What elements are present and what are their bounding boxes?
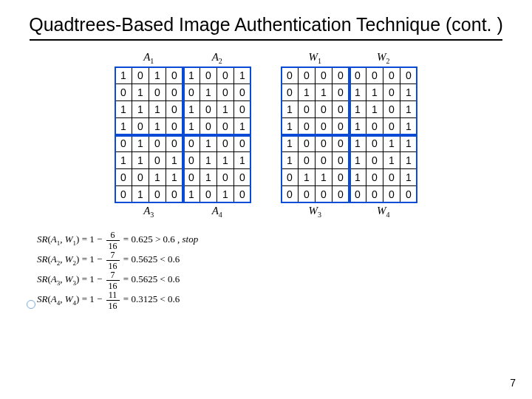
matrix-cell: 1 <box>366 84 383 101</box>
matrix-cell: 1 <box>400 169 417 186</box>
matrix-cell: 0 <box>316 186 332 203</box>
matrix-cell: 0 <box>183 135 200 152</box>
formula-row: SR(A2, W2) = 1 − 716 = 0.5625 < 0.6 <box>37 250 510 270</box>
matrix-cell: 0 <box>282 169 299 186</box>
matrix-cell: 0 <box>166 101 183 118</box>
matrix-cell: 1 <box>400 118 417 135</box>
matrix-cell: 0 <box>166 135 183 152</box>
matrix-cell: 0 <box>383 118 400 135</box>
matrix-cell: 1 <box>282 152 299 169</box>
matrix-cell: 0 <box>349 186 366 203</box>
matrix-cell: 0 <box>132 67 149 84</box>
matrix-cell: 0 <box>234 84 251 101</box>
matrix-cell: 0 <box>166 186 183 203</box>
matrix-cell: 1 <box>200 84 217 101</box>
matrix-cell: 1 <box>349 101 366 118</box>
matrix-cell: 0 <box>282 186 299 203</box>
matrix-cell: 0 <box>166 67 183 84</box>
matrix-cell: 1 <box>282 135 299 152</box>
matrix-cell: 1 <box>132 101 149 118</box>
matrix-cell: 0 <box>349 67 366 84</box>
matrix-cell: 1 <box>132 152 149 169</box>
content-area: A1 A2 1010100101000100111010101010100101… <box>22 51 510 219</box>
matrix-cell: 1 <box>282 101 299 118</box>
matrix-cell: 0 <box>183 84 200 101</box>
matrix-cell: 1 <box>200 169 217 186</box>
matrix-cell: 0 <box>332 67 349 84</box>
matrix-cell: 1 <box>316 84 332 101</box>
matrix-cell: 0 <box>383 186 400 203</box>
matrix-cell: 0 <box>366 169 383 186</box>
matrix-cell: 1 <box>349 152 366 169</box>
matrix-cell: 1 <box>234 67 251 84</box>
matrix-cell: 1 <box>132 135 149 152</box>
matrix-cell: 1 <box>132 186 149 203</box>
matrix-cell: 0 <box>217 67 234 84</box>
matrix-cell: 0 <box>316 152 332 169</box>
matrix-cell: 1 <box>234 118 251 135</box>
matrix-cell: 0 <box>234 186 251 203</box>
matrix-cell: 0 <box>200 118 217 135</box>
matrix-cell: 0 <box>332 152 349 169</box>
matrix-cell: 0 <box>149 84 166 101</box>
matrix-cell: 0 <box>217 84 234 101</box>
page-number: 7 <box>510 377 516 389</box>
matrix-cell: 0 <box>332 169 349 186</box>
matrix-cell: 0 <box>366 152 383 169</box>
matrix-cell: 0 <box>383 67 400 84</box>
matrix-cell: 0 <box>332 84 349 101</box>
matrix-cell: 0 <box>115 186 132 203</box>
matrix-cell: 1 <box>316 169 332 186</box>
matrix-cell: 0 <box>299 135 316 152</box>
matrix-cell: 1 <box>166 152 183 169</box>
matrix-cell: 1 <box>115 101 132 118</box>
formula-row: SR(A3, W3) = 1 − 716 = 0.5625 < 0.6 <box>37 270 510 290</box>
page-title: Quadtrees-Based Image Authentication Tec… <box>22 13 510 36</box>
matrix-cell: 0 <box>132 169 149 186</box>
matrix-cell: 0 <box>299 186 316 203</box>
matrix-cell: 1 <box>349 84 366 101</box>
matrix-cell: 1 <box>383 152 400 169</box>
matrix-cell: 1 <box>183 101 200 118</box>
matrix-cell: 0 <box>183 169 200 186</box>
a-top-labels: A1 A2 <box>115 51 251 65</box>
matrix-cell: 0 <box>332 118 349 135</box>
matrix-cell: 1 <box>149 67 166 84</box>
matrix-cell: 0 <box>366 67 383 84</box>
matrix-cell: 0 <box>282 84 299 101</box>
matrix-cell: 0 <box>332 186 349 203</box>
matrix-cell: 1 <box>400 135 417 152</box>
matrix-cell: 1 <box>349 169 366 186</box>
matrix-cell: 1 <box>132 84 149 101</box>
matrix-cell: 1 <box>234 152 251 169</box>
matrix-cell: 0 <box>316 118 332 135</box>
matrix-cell: 1 <box>115 67 132 84</box>
matrix-cell: 1 <box>400 84 417 101</box>
matrix-cell: 0 <box>332 101 349 118</box>
matrix-w-block: W1 W2 0000000001101101100011011000100110… <box>281 51 417 219</box>
matrix-cell: 1 <box>217 101 234 118</box>
matrix-cell: 0 <box>115 135 132 152</box>
matrix-a: 1010100101000100111010101010100101000100… <box>115 66 251 203</box>
matrix-cell: 0 <box>149 135 166 152</box>
matrix-cell: 1 <box>400 101 417 118</box>
matrix-cell: 0 <box>234 169 251 186</box>
matrix-cell: 0 <box>149 152 166 169</box>
matrix-cell: 0 <box>366 186 383 203</box>
matrix-cell: 1 <box>349 135 366 152</box>
matrix-cell: 1 <box>115 152 132 169</box>
matrix-cell: 0 <box>132 118 149 135</box>
matrix-cell: 0 <box>383 101 400 118</box>
matrix-cell: 1 <box>349 118 366 135</box>
matrix-cell: 1 <box>366 101 383 118</box>
matrix-cell: 0 <box>332 135 349 152</box>
title-divider <box>30 39 502 41</box>
a-bot-labels: A3 A4 <box>115 205 251 219</box>
matrix-cell: 0 <box>217 169 234 186</box>
matrix-cell: 1 <box>282 118 299 135</box>
matrix-cell: 0 <box>316 67 332 84</box>
matrix-w: 0000000001101101100011011000100110001011… <box>281 66 417 203</box>
matrix-cell: 0 <box>383 84 400 101</box>
matrix-cell: 0 <box>400 67 417 84</box>
matrix-cell: 1 <box>149 118 166 135</box>
